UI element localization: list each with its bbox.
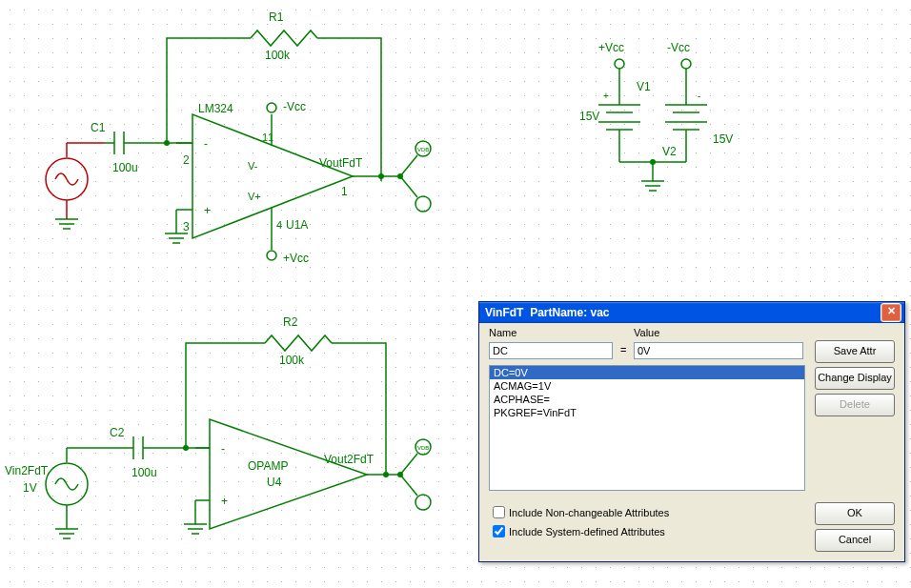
list-item[interactable]: ACPHASE= bbox=[490, 393, 804, 406]
include-nonchangeable-check[interactable]: Include Non-changeable Attributes bbox=[493, 506, 669, 518]
cancel-button[interactable]: Cancel bbox=[815, 529, 895, 552]
name-label: Name bbox=[489, 327, 516, 338]
equals-label: = bbox=[620, 344, 626, 355]
dialog-title-part-label: PartName: bbox=[530, 306, 587, 319]
list-item[interactable]: ACMAG=1V bbox=[490, 379, 804, 393]
include-sysdefined-check[interactable]: Include System-defined Attributes bbox=[493, 525, 665, 537]
change-display-button[interactable]: Change Display bbox=[815, 367, 895, 390]
value-field[interactable] bbox=[634, 342, 803, 359]
value-label: Value bbox=[634, 327, 659, 338]
include-nonchangeable-checkbox[interactable] bbox=[493, 506, 505, 518]
include-sysdefined-checkbox[interactable] bbox=[493, 525, 505, 537]
attribute-dialog: VinFdT PartName: vac ✕ Name Value = DC=0… bbox=[478, 301, 905, 562]
dialog-title-ref: VinFdT bbox=[485, 306, 523, 319]
include-nonchangeable-label: Include Non-changeable Attributes bbox=[509, 507, 669, 518]
close-icon[interactable]: ✕ bbox=[881, 303, 901, 322]
attribute-listbox[interactable]: DC=0V ACMAG=1V ACPHASE= PKGREF=VinFdT bbox=[489, 365, 805, 491]
list-item[interactable]: DC=0V bbox=[490, 366, 804, 379]
dialog-titlebar[interactable]: VinFdT PartName: vac ✕ bbox=[479, 302, 904, 323]
list-item[interactable]: PKGREF=VinFdT bbox=[490, 406, 804, 419]
include-sysdefined-label: Include System-defined Attributes bbox=[509, 526, 665, 537]
delete-button: Delete bbox=[815, 394, 895, 416]
dialog-title-part: vac bbox=[591, 306, 610, 319]
name-field[interactable] bbox=[489, 342, 613, 359]
ok-button[interactable]: OK bbox=[815, 502, 895, 525]
save-attr-button[interactable]: Save Attr bbox=[815, 340, 895, 363]
